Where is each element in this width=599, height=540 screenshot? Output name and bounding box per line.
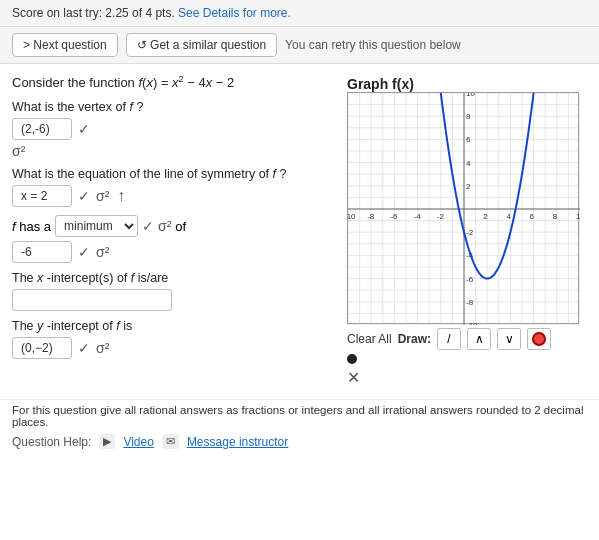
q3-block: f has a minimum maximum ✓ σ² of -6 ✓ σ² <box>12 215 337 263</box>
q3-prefix: f has a <box>12 219 51 234</box>
q2-answer-row: x = 2 ✓ σ² ↑ <box>12 185 337 207</box>
q4-input[interactable] <box>12 289 172 311</box>
q3-row: f has a minimum maximum ✓ σ² of <box>12 215 337 237</box>
score-text: Score on last try: 2.25 of 4 pts. <box>12 6 175 20</box>
draw-tool-line[interactable]: / <box>437 328 461 350</box>
function-statement: Consider the function f(x) = x2 − 4x − 2 <box>12 74 234 90</box>
footer-text: For this question give all rational answ… <box>12 404 583 428</box>
next-question-button[interactable]: > Next question <box>12 33 118 57</box>
q3b-answer: -6 <box>12 241 72 263</box>
q2-arrow: ↑ <box>117 187 125 205</box>
graph-label: Graph f(x) <box>347 76 587 92</box>
q1-answer-row: (2,-6) ✓ <box>12 118 337 140</box>
right-panel: Graph f(x) Clear All Draw: / ∧ ∨ ✕ <box>347 74 587 387</box>
y-intercept-row <box>347 354 587 364</box>
main-content: Consider the function f(x) = x2 − 4x − 2… <box>0 64 599 395</box>
message-help-icon: ✉ <box>162 434 179 449</box>
q3-suffix: of <box>175 219 186 234</box>
q3b-sigma-icon[interactable]: σ² <box>96 244 109 260</box>
q2-check-icon: ✓ <box>78 188 90 204</box>
function-label: Consider the function f(x) = x2 − 4x − 2 <box>12 75 234 90</box>
q4-block: The x -intercept(s) of f is/are <box>12 271 337 311</box>
draw-tool-parabola-down[interactable]: ∨ <box>497 328 521 350</box>
dot-icon <box>532 332 546 346</box>
q2-answer: x = 2 <box>12 185 72 207</box>
q1-sigma-icon[interactable]: σ² <box>12 143 25 159</box>
q1-block: What is the vertex of f ? (2,-6) ✓ σ² <box>12 100 337 159</box>
similar-question-button[interactable]: ↺ Get a similar question <box>126 33 277 57</box>
draw-tool-parabola-up[interactable]: ∧ <box>467 328 491 350</box>
video-help-icon: ▶ <box>99 434 115 449</box>
q4-text: The x -intercept(s) of f is/are <box>12 271 337 285</box>
q1-check-icon: ✓ <box>78 121 90 137</box>
q5-block: The y -intercept of f is (0,−2) ✓ σ² <box>12 319 337 359</box>
details-link[interactable]: See Details for more. <box>178 6 291 20</box>
clear-all-button[interactable]: Clear All <box>347 332 392 346</box>
graph-container[interactable] <box>347 92 579 324</box>
q2-block: What is the equation of the line of symm… <box>12 167 337 207</box>
q5-answer: (0,−2) <box>12 337 72 359</box>
question-help: Question Help: ▶ Video ✉ Message instruc… <box>0 430 599 453</box>
consider-row: Consider the function f(x) = x2 − 4x − 2 <box>12 74 337 90</box>
draw-label: Draw: <box>398 332 431 346</box>
footer-note: For this question give all rational answ… <box>0 399 599 430</box>
q3-sigma-icon[interactable]: σ² <box>158 218 171 234</box>
q3-select[interactable]: minimum maximum <box>55 215 138 237</box>
q5-sigma-icon[interactable]: σ² <box>96 340 109 356</box>
help-label: Question Help: <box>12 435 91 449</box>
draw-tool-dot[interactable] <box>527 328 551 350</box>
q3-check-icon: ✓ <box>142 218 154 234</box>
graph-canvas[interactable] <box>348 93 580 325</box>
y-intercept-dot <box>347 354 357 364</box>
q3b-answer-row: -6 ✓ σ² <box>12 241 337 263</box>
q1-answer: (2,-6) <box>12 118 72 140</box>
score-banner: Score on last try: 2.25 of 4 pts. See De… <box>0 0 599 27</box>
retry-note: You can retry this question below <box>285 38 461 52</box>
left-panel: Consider the function f(x) = x2 − 4x − 2… <box>12 74 347 387</box>
draw-controls: Clear All Draw: / ∧ ∨ <box>347 328 587 350</box>
q3b-check-icon: ✓ <box>78 244 90 260</box>
message-link[interactable]: Message instructor <box>187 435 288 449</box>
q1-text: What is the vertex of f ? <box>12 100 337 114</box>
q5-text: The y -intercept of f is <box>12 319 337 333</box>
q5-answer-row: (0,−2) ✓ σ² <box>12 337 337 359</box>
x-mark: ✕ <box>347 368 587 387</box>
q5-check-icon: ✓ <box>78 340 90 356</box>
video-link[interactable]: Video <box>123 435 153 449</box>
q2-text: What is the equation of the line of symm… <box>12 167 337 181</box>
q2-sigma-icon[interactable]: σ² <box>96 188 109 204</box>
action-bar: > Next question ↺ Get a similar question… <box>0 27 599 64</box>
